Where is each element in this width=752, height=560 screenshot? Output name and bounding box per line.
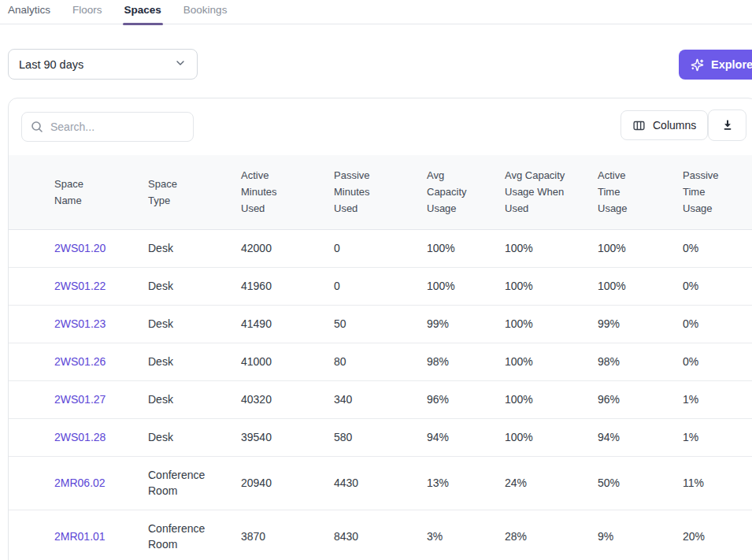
cell-space-type: Conference Room [148,510,241,560]
download-button[interactable] [708,109,746,141]
tab-bookings[interactable]: Bookings [182,0,229,24]
cell-avg-capacity: 13% [427,456,505,510]
cell-space-name: 2MR01.01 [9,510,148,560]
table-toolbar: Columns [9,98,752,155]
table-row: 2WS01.28 Desk 39540 580 94% 100% 94% 1% [9,418,752,456]
cell-active-minutes: 41000 [241,343,334,380]
cell-active-time: 98% [598,343,683,380]
table-row: 2WS01.26 Desk 41000 80 98% 100% 98% 0% [9,343,752,380]
cell-passive-time: 1% [683,418,752,456]
cell-passive-time: 1% [683,380,752,418]
cell-active-time: 99% [598,305,683,343]
cell-passive-minutes: 8430 [334,510,427,560]
cell-passive-minutes: 0 [334,229,427,267]
table-row: 2MR01.01 Conference Room 3870 8430 3% 28… [9,510,752,560]
table-header: Space Name Space Type Active Minutes Use… [9,155,752,229]
cell-passive-minutes: 80 [334,343,427,380]
cell-avg-capacity-when-used: 100% [505,343,598,380]
space-name-link[interactable]: 2MR06.02 [54,477,106,489]
cell-avg-capacity: 100% [427,229,505,267]
cell-active-time: 96% [598,380,683,418]
cell-space-name: 2WS01.22 [9,267,148,305]
columns-button[interactable]: Columns [620,110,708,140]
cell-avg-capacity: 100% [427,267,505,305]
cell-active-time: 100% [598,267,683,305]
space-name-link[interactable]: 2WS01.20 [54,242,106,254]
col-passive-minutes: Passive Minutes Used [334,155,427,229]
cell-passive-time: 0% [683,343,752,380]
space-name-link[interactable]: 2MR01.01 [54,530,106,543]
table-row: 2WS01.23 Desk 41490 50 99% 100% 99% 0% [9,305,752,343]
cell-passive-time: 11% [683,456,752,510]
search-input[interactable] [21,112,194,142]
cell-passive-minutes: 50 [334,305,427,343]
cell-avg-capacity: 99% [427,305,505,343]
cell-active-time: 94% [598,418,683,456]
space-name-link[interactable]: 2WS01.23 [54,317,106,330]
cell-passive-minutes: 340 [334,380,427,418]
col-space-name: Space Name [9,155,148,229]
tab-spaces[interactable]: Spaces [123,0,163,24]
cell-active-minutes: 41490 [241,305,334,343]
cell-space-name: 2WS01.23 [9,305,148,343]
cell-active-time: 50% [598,456,683,510]
explore-button[interactable]: Explore [679,50,752,80]
cell-passive-time: 20% [683,510,752,560]
cell-space-type: Desk [148,267,241,305]
date-range-select[interactable]: Last 90 days [8,49,198,80]
cell-space-name: 2WS01.20 [9,229,148,267]
space-name-link[interactable]: 2WS01.27 [54,393,106,406]
col-space-type: Space Type [148,155,241,229]
columns-icon [632,119,646,132]
table-body: 2WS01.20 Desk 42000 0 100% 100% 100% 0% … [9,229,752,560]
cell-active-minutes: 40320 [241,380,334,418]
col-avg-capacity: Avg Capacity Usage [427,155,505,229]
spaces-table: Space Name Space Type Active Minutes Use… [9,155,752,560]
cell-passive-time: 0% [683,229,752,267]
space-name-link[interactable]: 2WS01.26 [54,355,106,368]
cell-active-time: 100% [598,229,683,267]
cell-space-name: 2WS01.28 [9,418,148,456]
space-name-link[interactable]: 2WS01.28 [54,431,106,443]
table-row: 2WS01.22 Desk 41960 0 100% 100% 100% 0% [9,267,752,305]
cell-space-name: 2MR06.02 [9,456,148,510]
col-active-time: Active Time Usage [598,155,683,229]
cell-active-minutes: 42000 [241,229,334,267]
cell-active-time: 9% [598,510,683,560]
col-active-minutes: Active Minutes Used [241,155,334,229]
table-row: 2WS01.27 Desk 40320 340 96% 100% 96% 1% [9,380,752,418]
cell-avg-capacity: 98% [427,343,505,380]
cell-avg-capacity-when-used: 100% [505,229,598,267]
download-icon [721,118,735,132]
chevron-down-icon [174,57,187,72]
columns-button-label: Columns [653,119,696,132]
cell-avg-capacity-when-used: 28% [505,510,598,560]
table-row: 2MR06.02 Conference Room 20940 4430 13% … [9,456,752,510]
cell-avg-capacity: 96% [427,380,505,418]
col-avg-capacity-when-used: Avg Capacity Usage When Used [505,155,598,229]
col-passive-time: Passive Time Usage [683,155,752,229]
explore-button-label: Explore [711,58,752,71]
cell-avg-capacity-when-used: 100% [505,418,598,456]
cell-passive-minutes: 0 [334,267,427,305]
space-name-link[interactable]: 2WS01.22 [54,280,106,292]
cell-space-type: Desk [148,418,241,456]
cell-passive-time: 0% [683,267,752,305]
cell-passive-minutes: 580 [334,418,427,456]
cell-active-minutes: 20940 [241,456,334,510]
cell-avg-capacity: 94% [427,418,505,456]
tab-bar: Analytics Floors Spaces Bookings [0,0,752,24]
cell-space-name: 2WS01.27 [9,380,148,418]
cell-avg-capacity-when-used: 100% [505,380,598,418]
cell-avg-capacity-when-used: 100% [505,267,598,305]
cell-space-type: Desk [148,305,241,343]
date-range-value: Last 90 days [19,58,83,71]
tab-analytics[interactable]: Analytics [6,0,52,24]
cell-space-name: 2WS01.26 [9,343,148,380]
sparkles-icon [691,58,704,72]
cell-active-minutes: 3870 [241,510,334,560]
controls-row: Last 90 days Explore [0,24,752,98]
tab-floors[interactable]: Floors [71,0,104,24]
cell-space-type: Conference Room [148,456,241,510]
cell-avg-capacity-when-used: 24% [505,456,598,510]
